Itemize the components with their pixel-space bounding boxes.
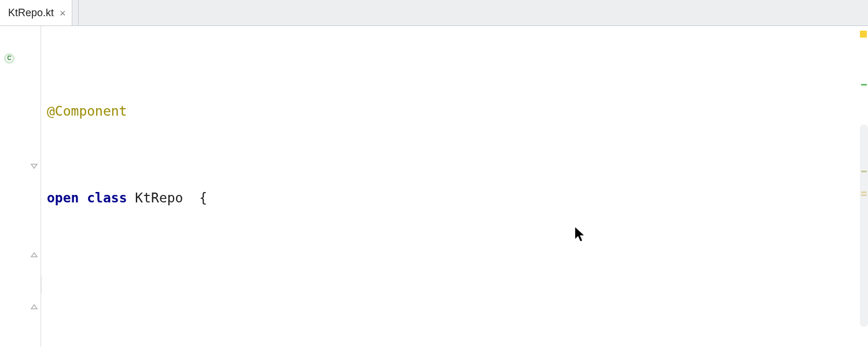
- class-name-token: KtRepo: [135, 190, 183, 205]
- tab-filename: KtRepo.kt: [8, 7, 54, 19]
- code-text-area[interactable]: @Component open class KtRepo { @Persiste…: [41, 26, 868, 347]
- code-editor[interactable]: C @Component open class KtRepo { @Persis…: [0, 26, 868, 347]
- editor-tab-ktrepo[interactable]: KtRepo.kt ×: [0, 0, 72, 25]
- tab-divider: [78, 0, 79, 25]
- analysis-status-warning-icon[interactable]: [860, 31, 867, 38]
- vertical-scrollbar-thumb[interactable]: [860, 124, 868, 327]
- mouse-cursor-icon: [527, 210, 587, 264]
- fold-toggle-icon[interactable]: [30, 159, 38, 167]
- brace-token: {: [199, 190, 207, 205]
- code-line[interactable]: [41, 276, 868, 293]
- annotation-token: @Component: [47, 104, 127, 119]
- editor-gutter: C: [0, 26, 41, 347]
- editor-tab-bar: KtRepo.kt ×: [0, 0, 868, 26]
- svg-text:C: C: [7, 55, 11, 61]
- code-line[interactable]: open class KtRepo {: [41, 189, 868, 206]
- close-tab-icon[interactable]: ×: [60, 8, 66, 19]
- analysis-marker[interactable]: [861, 84, 867, 86]
- keyword-token: class: [87, 190, 127, 205]
- keyword-token: open: [47, 190, 79, 205]
- code-line[interactable]: @Component: [41, 102, 868, 120]
- fold-end-icon[interactable]: [30, 298, 38, 306]
- fold-end-icon[interactable]: [30, 246, 38, 254]
- class-gutter-icon[interactable]: C: [3, 52, 15, 64]
